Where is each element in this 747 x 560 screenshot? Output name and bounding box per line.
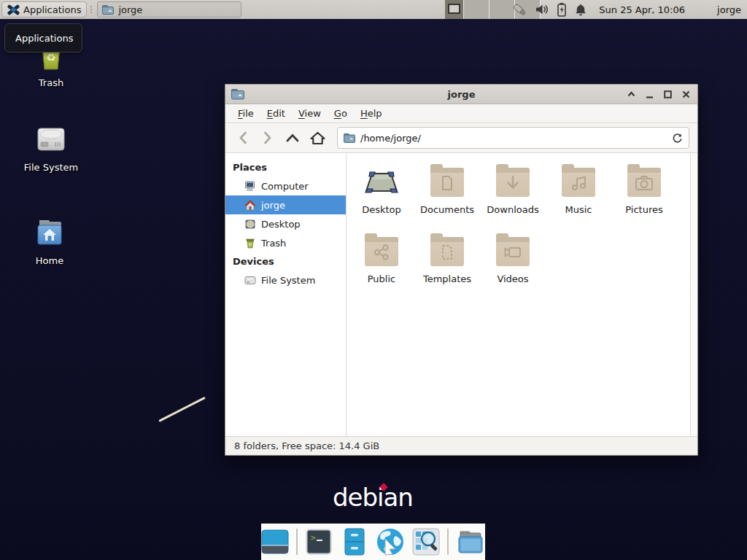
- drive-small-icon: [244, 276, 256, 285]
- computer-icon: [244, 181, 256, 192]
- sidebar-item-computer[interactable]: Computer: [225, 176, 346, 195]
- toolbar: /home/jorge/: [225, 123, 697, 153]
- file-item-templates-label: Templates: [423, 273, 471, 284]
- sidebar-item-trash[interactable]: ♻ Trash: [225, 233, 346, 252]
- public-folder-icon: [365, 237, 398, 266]
- home-folder-icon: [32, 214, 67, 249]
- file-manager-window: jorge File Edit View Go Help: [225, 84, 698, 456]
- notification-bell-tray-icon[interactable]: [574, 3, 587, 17]
- file-item-templates[interactable]: Templates: [414, 230, 480, 299]
- sidebar-item-desktop-label: Desktop: [261, 219, 301, 230]
- file-item-pictures[interactable]: Pictures: [611, 160, 677, 230]
- menu-go[interactable]: Go: [328, 104, 354, 122]
- path-text[interactable]: /home/jorge/: [360, 133, 667, 144]
- file-item-downloads[interactable]: Downloads: [480, 160, 546, 230]
- debian-logo: debian: [333, 483, 413, 512]
- sidebar-item-desktop[interactable]: Desktop: [225, 214, 346, 233]
- workspace-1[interactable]: [445, 0, 464, 19]
- panel-clock[interactable]: Sun 25 Apr, 10:06: [599, 4, 685, 15]
- maximize-button[interactable]: [662, 88, 673, 100]
- taskbar-window-label: jorge: [118, 4, 142, 15]
- file-item-videos[interactable]: Videos: [480, 230, 546, 299]
- trash-small-icon: ♻: [244, 238, 256, 249]
- home-button[interactable]: [306, 127, 328, 149]
- menu-edit[interactable]: Edit: [260, 104, 292, 122]
- dock-folder-icon: [456, 529, 485, 555]
- downloads-folder-icon: [496, 168, 530, 197]
- hard-drive-icon: [34, 121, 69, 156]
- volume-tray-icon[interactable]: [535, 3, 549, 16]
- dock-panel: >: [261, 524, 485, 560]
- dock-separator: [447, 529, 449, 555]
- applications-menu-icon: [7, 4, 20, 16]
- workspace-2[interactable]: [464, 0, 489, 19]
- reload-icon[interactable]: [672, 133, 683, 144]
- file-item-downloads-label: Downloads: [487, 204, 538, 215]
- sidebar-item-filesystem[interactable]: File System: [225, 271, 346, 289]
- menu-file[interactable]: File: [231, 104, 260, 122]
- marker-tool-tray-icon[interactable]: [511, 2, 527, 17]
- file-item-desktop[interactable]: Desktop: [349, 160, 414, 230]
- system-tray: Sun 25 Apr, 10:06 jorge: [511, 0, 747, 19]
- pathbar-folder-icon: [344, 133, 355, 143]
- terminal-launcher[interactable]: >: [305, 527, 333, 556]
- top-panel: Applications jorge: [0, 0, 747, 19]
- documents-folder-icon: [430, 168, 464, 197]
- sidebar-item-jorge[interactable]: jorge: [225, 195, 346, 214]
- user-home-icon: [244, 200, 256, 211]
- forward-button[interactable]: [257, 127, 279, 149]
- panel-user-label[interactable]: jorge: [717, 4, 741, 15]
- path-bar[interactable]: /home/jorge/: [337, 127, 689, 149]
- file-item-music-label: Music: [565, 204, 592, 215]
- file-item-public[interactable]: Public: [349, 230, 414, 299]
- file-cabinet-launcher[interactable]: [341, 527, 368, 556]
- file-item-videos-label: Videos: [497, 273, 528, 284]
- file-item-documents[interactable]: Documents: [414, 160, 480, 230]
- sidebar-places-header: Places: [225, 158, 346, 176]
- applications-tooltip-text: Applications: [15, 33, 73, 44]
- templates-folder-icon: [430, 237, 464, 266]
- file-manager-launcher[interactable]: [456, 527, 485, 556]
- shade-button[interactable]: [625, 88, 637, 100]
- desktop-icon-home[interactable]: Home: [13, 214, 86, 266]
- file-item-desktop-label: Desktop: [362, 204, 401, 215]
- menu-view[interactable]: View: [292, 104, 328, 122]
- sidebar-item-trash-label: Trash: [261, 238, 286, 249]
- debian-logo-text: debian: [333, 483, 413, 512]
- desktop-icon-filesystem[interactable]: File System: [15, 121, 88, 173]
- taskbar-window-button[interactable]: jorge: [97, 1, 241, 18]
- panel-handle-icon[interactable]: [88, 3, 94, 16]
- window-content: Places Computer jorge: [225, 153, 697, 436]
- sidebar-item-filesystem-label: File System: [261, 275, 315, 286]
- svg-text:♻: ♻: [249, 242, 252, 246]
- file-grid: Desktop Documents Downloads: [347, 153, 690, 436]
- web-browser-launcher[interactable]: [376, 527, 405, 556]
- minimize-button[interactable]: [643, 88, 655, 100]
- workspace-window-preview: [448, 4, 460, 14]
- file-item-music[interactable]: Music: [546, 160, 611, 230]
- window-folder-icon: [102, 4, 114, 15]
- file-item-documents-label: Documents: [420, 204, 474, 215]
- desktop-icon-trash-label: Trash: [39, 77, 63, 88]
- show-desktop-icon: [261, 528, 289, 556]
- file-item-public-label: Public: [368, 273, 395, 284]
- file-item-pictures-label: Pictures: [625, 204, 662, 215]
- battery-tray-icon[interactable]: [557, 2, 567, 17]
- show-desktop-button[interactable]: [261, 527, 289, 556]
- videos-folder-icon: [496, 237, 530, 266]
- sidebar: Places Computer jorge: [225, 153, 347, 436]
- window-titlebar[interactable]: jorge: [225, 85, 697, 104]
- desktop-place-icon: [244, 219, 256, 230]
- sidebar-item-computer-label: Computer: [261, 181, 309, 192]
- applications-menu-button[interactable]: Applications: [1, 1, 87, 18]
- desktop-surface-icon: [363, 165, 400, 200]
- app-finder-launcher[interactable]: [412, 527, 440, 556]
- menu-help[interactable]: Help: [354, 104, 389, 122]
- back-button[interactable]: [232, 127, 254, 149]
- close-button[interactable]: [680, 88, 692, 100]
- applications-tooltip: Applications: [4, 23, 82, 52]
- svg-text:♻: ♻: [46, 51, 55, 64]
- vertical-scrollbar: [690, 153, 697, 436]
- dock-separator: [296, 529, 298, 555]
- up-button[interactable]: [282, 127, 303, 149]
